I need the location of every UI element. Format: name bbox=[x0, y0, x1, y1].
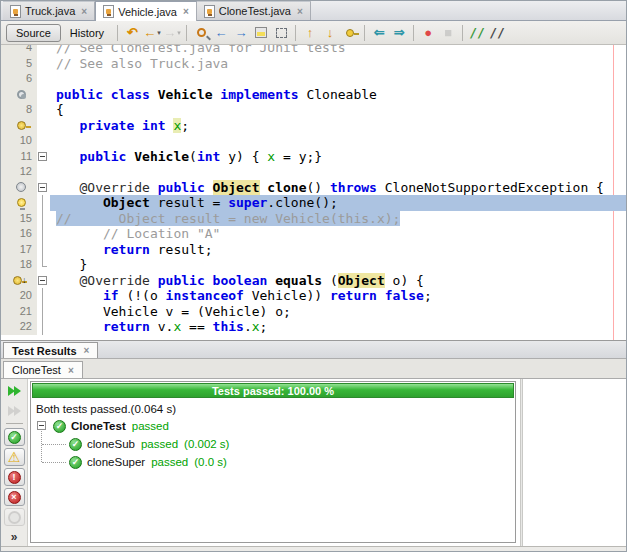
close-icon[interactable]: × bbox=[297, 6, 303, 17]
toggle-highlight-search-icon[interactable] bbox=[251, 23, 271, 42]
code-text[interactable]: private int x; bbox=[50, 118, 626, 134]
fold-column[interactable] bbox=[37, 118, 50, 134]
shift-line-left-icon[interactable]: ⇐ bbox=[369, 23, 389, 42]
code-text[interactable]: Vehicle v = (Vehicle) o; bbox=[50, 304, 626, 320]
fold-column[interactable] bbox=[37, 87, 50, 103]
gutter-cell[interactable] bbox=[1, 195, 37, 211]
code-line[interactable]: 20 if (!(o instanceof Vehicle)) return f… bbox=[1, 288, 626, 304]
code-text[interactable]: public class Vehicle implements Cloneabl… bbox=[50, 87, 626, 103]
code-line[interactable]: 15// Object result = new Vehicle(this.x)… bbox=[1, 211, 626, 227]
code-line[interactable]: 4// See CloneTest.java for JUnit tests bbox=[1, 45, 626, 56]
code-line[interactable]: 8{ bbox=[1, 102, 626, 118]
gutter-cell[interactable] bbox=[1, 87, 37, 103]
fold-collapse-icon[interactable] bbox=[38, 152, 47, 161]
code-line[interactable]: @Override public Object clone() throws C… bbox=[1, 180, 626, 196]
code-text[interactable]: { bbox=[50, 102, 626, 118]
source-view-button[interactable]: Source bbox=[6, 24, 61, 42]
code-line[interactable]: Object result = super.clone(); bbox=[1, 195, 626, 211]
gutter-cell[interactable]: 18 bbox=[1, 257, 37, 273]
code-text[interactable]: return v.x == this.x; bbox=[50, 319, 626, 335]
previous-occurrence-icon[interactable]: ← bbox=[211, 23, 231, 42]
gutter-cell[interactable]: 10 bbox=[1, 133, 37, 149]
fold-column[interactable] bbox=[37, 133, 50, 149]
fold-column[interactable] bbox=[37, 319, 50, 335]
fold-column[interactable] bbox=[37, 56, 50, 72]
show-passed-button[interactable]: ✓ bbox=[4, 428, 25, 446]
history-view-button[interactable]: History bbox=[62, 25, 112, 41]
override-glyph-icon[interactable] bbox=[16, 182, 26, 192]
gutter-cell[interactable]: 4 bbox=[1, 45, 37, 56]
code-line[interactable]: 22 return v.x == this.x; bbox=[1, 319, 626, 335]
tree-collapse-icon[interactable] bbox=[37, 421, 46, 430]
code-text[interactable] bbox=[50, 133, 626, 149]
gutter-cell[interactable]: ↓ bbox=[1, 273, 37, 289]
fold-column[interactable] bbox=[37, 288, 50, 304]
close-icon[interactable]: × bbox=[84, 345, 90, 356]
fold-collapse-icon[interactable] bbox=[38, 183, 47, 192]
code-text[interactable]: if (!(o instanceof Vehicle)) return fals… bbox=[50, 288, 626, 304]
code-line[interactable]: private int x; bbox=[1, 118, 626, 134]
editor-tab-truck-java[interactable]: Truck.java× bbox=[3, 1, 95, 20]
next-bookmark-icon[interactable]: ↓ bbox=[320, 23, 340, 42]
code-text[interactable]: // See CloneTest.java for JUnit tests bbox=[50, 45, 626, 56]
code-line[interactable]: 17 return result; bbox=[1, 242, 626, 258]
find-selection-icon[interactable] bbox=[191, 23, 211, 42]
last-edit-location-icon[interactable]: ↶ bbox=[122, 23, 142, 42]
code-text[interactable] bbox=[50, 71, 626, 87]
uncomment-icon[interactable]: // bbox=[487, 23, 507, 42]
test-case-row[interactable]: ✓cloneSuperpassed(0.0 s) bbox=[31, 453, 515, 471]
toggle-bookmark-icon[interactable] bbox=[340, 23, 360, 42]
show-failures-button[interactable]: × bbox=[4, 488, 25, 506]
shift-line-right-icon[interactable]: ⇒ bbox=[389, 23, 409, 42]
code-text[interactable]: // Location "A" bbox=[50, 226, 626, 242]
code-line[interactable]: public class Vehicle implements Cloneabl… bbox=[1, 87, 626, 103]
start-macro-recording-icon[interactable]: ● bbox=[418, 23, 438, 42]
code-line[interactable]: 16 // Location "A" bbox=[1, 226, 626, 242]
next-occurrence-icon[interactable]: → bbox=[231, 23, 251, 42]
code-text[interactable]: Object result = super.clone(); bbox=[50, 195, 626, 211]
gutter-cell[interactable]: 15 bbox=[1, 211, 37, 227]
code-text[interactable]: // See also Truck.java bbox=[50, 56, 626, 72]
gutter-cell[interactable]: 11 bbox=[1, 149, 37, 165]
gutter-cell[interactable] bbox=[1, 118, 37, 134]
fold-column[interactable] bbox=[37, 45, 50, 56]
fold-column[interactable] bbox=[37, 211, 50, 227]
fold-column[interactable] bbox=[37, 180, 50, 196]
test-suite-row[interactable]: ✓CloneTestpassed bbox=[31, 417, 515, 435]
code-line[interactable]: 11 public Vehicle(int y) { x = y;} bbox=[1, 149, 626, 165]
code-text[interactable]: @Override public boolean equals (Object … bbox=[50, 273, 626, 289]
gutter-cell[interactable]: 16 bbox=[1, 226, 37, 242]
gutter-cell[interactable]: 12 bbox=[1, 164, 37, 180]
show-errors-button[interactable]: ! bbox=[4, 468, 25, 486]
fold-column[interactable] bbox=[37, 102, 50, 118]
rectangular-selection-icon[interactable] bbox=[271, 23, 291, 42]
panel-splitter[interactable] bbox=[520, 379, 523, 546]
fold-column[interactable] bbox=[37, 242, 50, 258]
code-text[interactable] bbox=[50, 164, 626, 180]
hint-lightbulb-icon[interactable] bbox=[17, 198, 26, 207]
code-line[interactable]: 12 bbox=[1, 164, 626, 180]
rerun-tests-button[interactable] bbox=[4, 382, 25, 400]
gutter-cell[interactable]: 6 bbox=[1, 71, 37, 87]
fold-collapse-icon[interactable] bbox=[38, 276, 47, 285]
code-line[interactable]: ↓ @Override public boolean equals (Objec… bbox=[1, 273, 626, 289]
code-text[interactable]: public Vehicle(int y) { x = y;} bbox=[50, 149, 626, 165]
fold-column[interactable] bbox=[37, 226, 50, 242]
editor-tab-vehicle-java[interactable]: Vehicle.java× bbox=[95, 1, 197, 21]
tab-test-results[interactable]: Test Results × bbox=[3, 342, 98, 358]
gutter-cell[interactable]: 5 bbox=[1, 56, 37, 72]
code-line[interactable]: 5// See also Truck.java bbox=[1, 56, 626, 72]
bookmark-overridden-icon[interactable]: ↓ bbox=[13, 276, 28, 285]
back-icon[interactable]: ←▾ bbox=[142, 23, 162, 42]
code-line[interactable]: 6 bbox=[1, 71, 626, 87]
overflow-button[interactable]: » bbox=[4, 528, 25, 546]
previous-bookmark-icon[interactable]: ↑ bbox=[300, 23, 320, 42]
test-case-row[interactable]: ✓cloneSubpassed(0.002 s) bbox=[31, 435, 515, 453]
bookmark-icon[interactable] bbox=[17, 121, 26, 130]
show-warnings-button[interactable]: ⚠ bbox=[4, 448, 25, 466]
gutter-cell[interactable]: 20 bbox=[1, 288, 37, 304]
tab-clonetest[interactable]: CloneTest × bbox=[3, 361, 83, 378]
implements-glyph-icon[interactable] bbox=[17, 90, 26, 99]
fold-column[interactable] bbox=[37, 164, 50, 180]
fold-column[interactable] bbox=[37, 257, 50, 273]
